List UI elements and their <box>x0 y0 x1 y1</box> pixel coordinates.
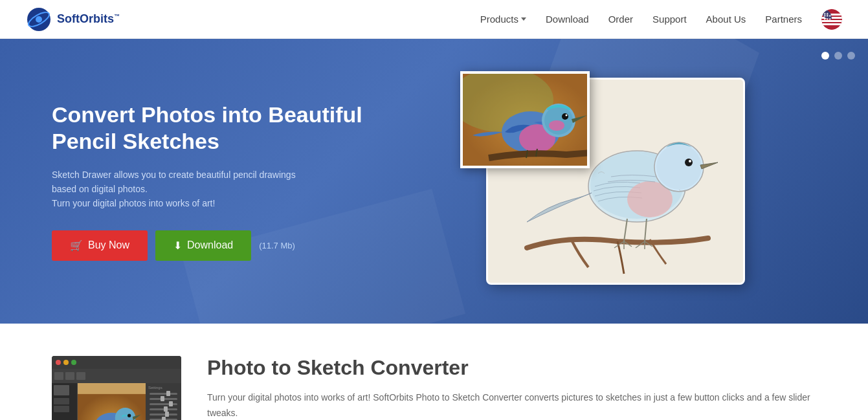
svg-point-17 <box>656 144 702 190</box>
screenshot-body: Settings <box>52 383 181 420</box>
cart-icon: 🛒 <box>70 239 83 252</box>
buy-now-button[interactable]: 🛒 Buy Now <box>52 230 148 261</box>
lower-section: Settings Photo to Sketch Converter Turn … <box>0 324 868 420</box>
nav-download[interactable]: Download <box>546 14 589 25</box>
screenshot-panel: Settings <box>146 383 181 420</box>
nav-about[interactable]: About Us <box>706 14 746 25</box>
hero-content: Convert Photos into Beautiful Pencil Ske… <box>52 102 388 261</box>
toolbar-btn-1 <box>54 372 63 380</box>
toolbar-btn-2 <box>65 372 74 380</box>
screenshot-toolbar <box>52 369 181 383</box>
slider-dot-2[interactable] <box>834 52 842 60</box>
svg-point-18 <box>685 159 693 166</box>
hero-photo-image <box>460 71 590 168</box>
product-info: Photo to Sketch Converter Turn your digi… <box>207 356 816 420</box>
download-icon: ⬇ <box>173 239 182 252</box>
logo-text: SoftOrbits™ <box>57 12 120 26</box>
svg-point-19 <box>689 160 691 162</box>
svg-point-28 <box>565 115 567 116</box>
logo-icon <box>26 6 52 32</box>
minimize-dot <box>63 360 69 365</box>
product-screenshot: Settings <box>52 356 181 420</box>
svg-rect-7 <box>821 23 842 25</box>
product-title: Photo to Sketch Converter <box>207 356 816 380</box>
slider-dots <box>821 52 855 60</box>
nav-support[interactable]: Support <box>652 14 687 25</box>
hero-title: Convert Photos into Beautiful Pencil Ske… <box>52 102 388 155</box>
toolbar-btn-3 <box>76 372 85 380</box>
language-flag[interactable]: ★★★ ★★★ ★★ <box>821 9 842 30</box>
nav-order[interactable]: Order <box>608 14 633 25</box>
svg-point-34 <box>128 414 131 417</box>
hero-image-area <box>388 65 816 298</box>
hero-composite <box>460 65 745 298</box>
close-dot <box>56 360 61 365</box>
screenshot-titlebar <box>52 356 181 369</box>
svg-point-2 <box>36 16 42 23</box>
nav-links: Products Download Order Support About Us… <box>480 9 842 30</box>
chevron-down-icon <box>521 17 526 21</box>
nav-products[interactable]: Products <box>480 14 526 25</box>
svg-point-29 <box>549 120 564 131</box>
screenshot-sidebar <box>52 383 78 420</box>
download-button[interactable]: ⬇ Download <box>155 230 251 261</box>
logo-area[interactable]: SoftOrbits™ <box>26 6 120 32</box>
slider-dot-3[interactable] <box>847 52 855 60</box>
hero-buttons: 🛒 Buy Now ⬇ Download (11.7 Mb) <box>52 230 388 261</box>
file-size: (11.7 Mb) <box>259 241 295 250</box>
svg-point-27 <box>562 113 568 120</box>
svg-text:★★★: ★★★ <box>823 17 832 21</box>
navbar: SoftOrbits™ Products Download Order Supp… <box>0 0 868 39</box>
hero-description: Sketch Drawer allows you to create beaut… <box>52 168 388 211</box>
screenshot-canvas <box>78 383 146 420</box>
product-description: Turn your digital photos into works of a… <box>207 390 816 420</box>
nav-partners[interactable]: Partners <box>765 14 802 25</box>
slider-dot-1[interactable] <box>821 52 829 60</box>
hero-section: Convert Photos into Beautiful Pencil Ske… <box>0 39 868 324</box>
maximize-dot <box>71 360 76 365</box>
svg-text:★★: ★★ <box>823 12 829 16</box>
